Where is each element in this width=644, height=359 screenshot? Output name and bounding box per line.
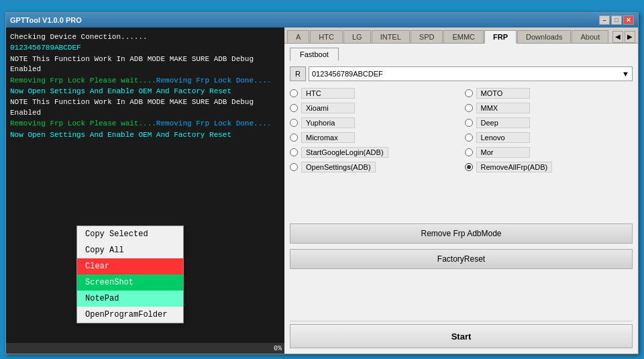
radio-label-deep: Deep — [476, 117, 530, 128]
radio-label-yuphoria: Yuphoria — [301, 117, 355, 128]
radio-circle-deep — [465, 119, 473, 127]
close-button[interactable]: ✕ — [623, 15, 634, 25]
window-controls: – □ ✕ — [599, 15, 634, 25]
refresh-button[interactable]: R — [290, 66, 306, 81]
window-title: GPTTool V1.0.0 PRO — [10, 16, 82, 24]
tab-next-arrow[interactable]: ▶ — [625, 31, 635, 43]
console-line: Removing Frp Lock Please wait....Removin… — [10, 76, 280, 86]
radio-deep[interactable]: Deep — [465, 117, 633, 128]
start-button[interactable]: Start — [290, 324, 633, 348]
tab-emmc[interactable]: EMMC — [443, 30, 484, 43]
maximize-button[interactable]: □ — [611, 15, 622, 25]
radio-circle-micromax — [290, 134, 298, 142]
radio-label-startgoogle: StartGoogleLogin(ADB) — [301, 147, 388, 158]
context-menu: Copy Selected Copy All Clear ScreenShot … — [76, 225, 184, 323]
radio-circle-mmx — [465, 104, 473, 112]
tab-downloads[interactable]: Downloads — [517, 30, 571, 43]
tab-htc[interactable]: HTC — [310, 30, 343, 43]
radio-yuphoria[interactable]: Yuphoria — [290, 117, 458, 128]
radio-lenovo[interactable]: Lenovo — [465, 132, 633, 143]
radio-circle-yuphoria — [290, 119, 298, 127]
radio-startgoogle[interactable]: StartGoogleLogin(ADB) — [290, 147, 458, 158]
context-clear[interactable]: Clear — [77, 258, 183, 274]
radio-label-removeallfrp: RemoveAllFrp(ADB) — [476, 162, 553, 172]
console-line: Checking Device Conection...... — [10, 32, 280, 42]
progress-label: 0% — [274, 345, 282, 352]
console-line: NOTE This Function Work In ADB MODE MAKE… — [10, 97, 280, 118]
radio-label-htc: HTC — [301, 88, 355, 99]
tab-spd[interactable]: SPD — [411, 30, 443, 43]
inner-tab-bar: Fastboot — [284, 44, 638, 61]
radio-moto[interactable]: MOTO — [465, 88, 633, 99]
tab-lg[interactable]: LG — [343, 30, 371, 43]
radio-mor[interactable]: Mor — [465, 147, 633, 158]
spacer2 — [290, 274, 633, 319]
radio-label-opensettings: OpenSettings(ADB) — [301, 162, 376, 172]
radio-label-mmx: MMX — [476, 103, 530, 113]
content-area: Checking Device Conection...... 01234567… — [6, 28, 638, 354]
remove-frp-button[interactable]: Remove Frp AdbMode — [290, 223, 633, 244]
radio-circle-htc — [290, 89, 298, 97]
spacer — [290, 179, 633, 223]
right-panel: A HTC LG INTEL SPD EMMC FRP Downloads Ab… — [284, 28, 638, 354]
tab-frp[interactable]: FRP — [484, 30, 517, 44]
main-tab-bar: A HTC LG INTEL SPD EMMC FRP Downloads Ab… — [284, 28, 638, 44]
console-line: Now Open Settings And Enable OEM And Fac… — [10, 87, 280, 97]
radio-circle-startgoogle — [290, 148, 298, 156]
console-line: 0123456789ABCDEF — [10, 43, 280, 53]
radio-label-xioami: Xioami — [301, 103, 355, 113]
device-id-row: R 0123456789ABCDEF ▼ — [290, 66, 633, 81]
radio-grid: HTC MOTO Xioami MMX — [290, 88, 633, 172]
tab-fastboot[interactable]: Fastboot — [290, 48, 339, 61]
radio-label-micromax: Micromax — [301, 132, 355, 143]
tab-nav-arrows: ◀ ▶ — [612, 31, 635, 43]
radio-removeallfrp[interactable]: RemoveAllFrp(ADB) — [465, 162, 633, 172]
radio-opensettings[interactable]: OpenSettings(ADB) — [290, 162, 458, 172]
context-notepad[interactable]: NotePad — [77, 291, 183, 307]
console-line: Removing Frp Lock Please wait....Removin… — [10, 119, 280, 129]
factory-reset-button[interactable]: FactoryReset — [290, 249, 633, 269]
radio-circle-removeallfrp — [465, 163, 473, 171]
radio-mmx[interactable]: MMX — [465, 103, 633, 113]
divider — [290, 321, 633, 321]
frp-content: R 0123456789ABCDEF ▼ HTC MOTO — [284, 61, 638, 354]
minimize-button[interactable]: – — [599, 15, 610, 25]
context-copy-selected[interactable]: Copy Selected — [77, 226, 183, 242]
context-open-folder[interactable]: OpenProgramFolder — [77, 307, 183, 323]
context-screenshot[interactable]: ScreenShot — [77, 274, 183, 291]
radio-circle-moto — [465, 89, 473, 97]
title-bar: GPTTool V1.0.0 PRO – □ ✕ — [6, 13, 638, 28]
tab-intel[interactable]: INTEL — [372, 30, 410, 43]
context-copy-all[interactable]: Copy All — [77, 242, 183, 258]
radio-circle-opensettings — [290, 163, 298, 171]
console-line: Now Open Settings And Enable OEM And Fac… — [10, 130, 280, 140]
progress-bar-container: 0% — [6, 343, 284, 354]
radio-label-lenovo: Lenovo — [476, 132, 530, 143]
radio-micromax[interactable]: Micromax — [290, 132, 458, 143]
device-id-value: 0123456789ABCDEF — [312, 70, 383, 78]
device-dropdown[interactable]: 0123456789ABCDEF ▼ — [309, 66, 633, 81]
tab-a[interactable]: A — [287, 30, 309, 43]
radio-circle-xioami — [290, 104, 298, 112]
radio-htc[interactable]: HTC — [290, 88, 458, 99]
console-line: NOTE This Function Work In ADB MODE MAKE… — [10, 54, 280, 75]
radio-label-moto: MOTO — [476, 88, 530, 99]
radio-circle-lenovo — [465, 134, 473, 142]
tab-prev-arrow[interactable]: ◀ — [612, 31, 623, 43]
radio-xioami[interactable]: Xioami — [290, 103, 458, 113]
tab-about[interactable]: About — [572, 30, 608, 43]
dropdown-arrow-icon: ▼ — [622, 70, 629, 78]
console-panel: Checking Device Conection...... 01234567… — [6, 28, 284, 354]
radio-circle-mor — [465, 148, 473, 156]
main-window: GPTTool V1.0.0 PRO – □ ✕ Checking Device… — [5, 12, 639, 354]
radio-label-mor: Mor — [476, 147, 530, 158]
